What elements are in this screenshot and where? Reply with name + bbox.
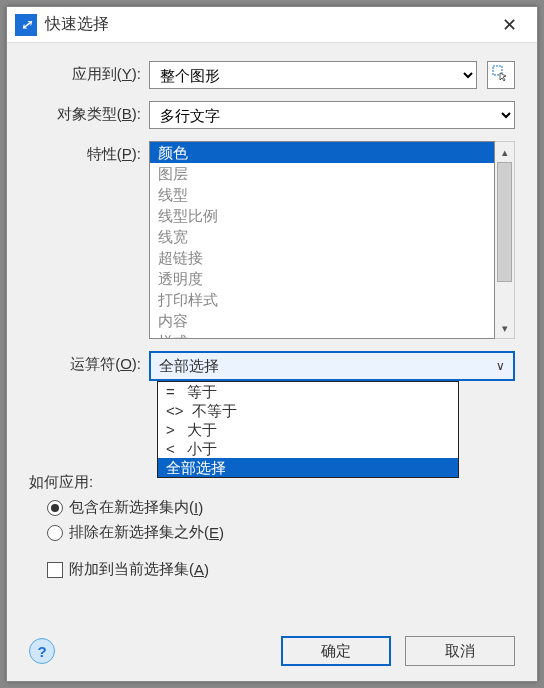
select-objects-icon — [492, 65, 510, 86]
help-icon: ? — [37, 643, 46, 660]
radio-icon — [47, 525, 63, 541]
scroll-track[interactable] — [495, 162, 514, 318]
operator-option[interactable]: > 大于 — [158, 420, 458, 439]
include-radio[interactable]: 包含在新选择集内(I) — [47, 498, 515, 517]
properties-item[interactable]: 线型 — [150, 184, 494, 205]
properties-item[interactable]: 线宽 — [150, 226, 494, 247]
app-icon: ⤢ — [15, 14, 37, 36]
scroll-up-icon[interactable]: ▴ — [495, 142, 514, 162]
titlebar: ⤢ 快速选择 ✕ — [7, 7, 537, 43]
properties-item[interactable]: 透明度 — [150, 268, 494, 289]
operator-option[interactable]: 全部选择 — [158, 458, 458, 477]
scroll-down-icon[interactable]: ▾ — [495, 318, 514, 338]
operator-dropdown[interactable]: = 等于<> 不等于> 大于< 小于全部选择 — [157, 381, 459, 478]
close-button[interactable]: ✕ — [489, 7, 529, 43]
operator-combo[interactable]: 全部选择 ∨ — [149, 351, 515, 381]
operator-label: 运算符(O): — [29, 351, 149, 374]
help-button[interactable]: ? — [29, 638, 55, 664]
cancel-button[interactable]: 取消 — [405, 636, 515, 666]
operator-option[interactable]: <> 不等于 — [158, 401, 458, 420]
properties-item[interactable]: 内容 — [150, 310, 494, 331]
operator-option[interactable]: = 等于 — [158, 382, 458, 401]
operator-option[interactable]: < 小于 — [158, 439, 458, 458]
properties-label: 特性(P): — [29, 141, 149, 164]
properties-item[interactable]: 颜色 — [150, 142, 494, 163]
properties-listbox[interactable]: 颜色图层线型线型比例线宽超链接透明度打印样式内容样式注释性 — [149, 141, 495, 339]
properties-item[interactable]: 样式 — [150, 331, 494, 339]
ok-button[interactable]: 确定 — [281, 636, 391, 666]
window-title: 快速选择 — [45, 14, 489, 35]
properties-scrollbar[interactable]: ▴ ▾ — [495, 141, 515, 339]
radio-icon — [47, 500, 63, 516]
object-type-combo[interactable]: 多行文字 — [149, 101, 515, 129]
dialog-body: 应用到(Y): 整个图形 对象类型(B): 多行文字 — [7, 43, 537, 681]
close-icon: ✕ — [502, 14, 517, 36]
apply-to-label: 应用到(Y): — [29, 61, 149, 84]
append-checkbox-row[interactable]: 附加到当前选择集(A) — [29, 560, 515, 579]
properties-item[interactable]: 超链接 — [150, 247, 494, 268]
properties-item[interactable]: 图层 — [150, 163, 494, 184]
chevron-down-icon: ∨ — [496, 359, 505, 373]
properties-item[interactable]: 线型比例 — [150, 205, 494, 226]
scroll-thumb[interactable] — [497, 162, 512, 282]
apply-to-combo[interactable]: 整个图形 — [149, 61, 477, 89]
properties-item[interactable]: 打印样式 — [150, 289, 494, 310]
append-checkbox[interactable] — [47, 562, 63, 578]
pick-objects-button[interactable] — [487, 61, 515, 89]
exclude-radio[interactable]: 排除在新选择集之外(E) — [47, 523, 515, 542]
quick-select-dialog: ⤢ 快速选择 ✕ 应用到(Y): 整个图形 — [6, 6, 538, 682]
object-type-label: 对象类型(B): — [29, 101, 149, 124]
operator-value: 全部选择 — [159, 357, 219, 376]
